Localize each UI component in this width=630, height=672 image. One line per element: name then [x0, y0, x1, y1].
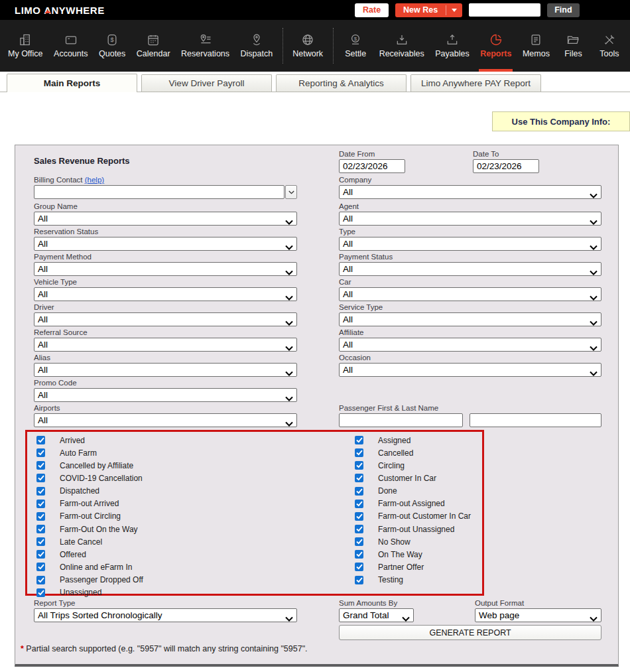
- checked-checkbox[interactable]: [355, 550, 363, 559]
- status-filter-row[interactable]: Late Cancel: [36, 535, 143, 548]
- agent-select[interactable]: All: [339, 212, 601, 226]
- billing-contact-input[interactable]: [34, 185, 284, 199]
- driver-select[interactable]: All: [34, 312, 297, 326]
- passenger-last-name-input[interactable]: [470, 413, 601, 427]
- checked-checkbox[interactable]: [355, 436, 363, 444]
- checked-checkbox[interactable]: [36, 537, 45, 546]
- status-filter-row[interactable]: Done: [355, 485, 471, 498]
- status-filter-row[interactable]: Circling: [355, 459, 471, 472]
- nav-calendar[interactable]: Calendar: [134, 20, 173, 72]
- vehicle-type-select[interactable]: All: [34, 287, 297, 301]
- limo-anywhere-logo[interactable]: LIMO ANYWHERE: [15, 5, 105, 16]
- checked-checkbox[interactable]: [36, 500, 45, 508]
- tab-view-driver-payroll[interactable]: View Driver Payroll: [141, 74, 272, 92]
- status-filter-row[interactable]: On The Way: [355, 548, 471, 561]
- output-format-select[interactable]: Web page: [475, 608, 601, 622]
- checked-checkbox[interactable]: [355, 448, 363, 457]
- status-filter-row[interactable]: No Show: [355, 535, 471, 548]
- checked-checkbox[interactable]: [355, 576, 363, 584]
- global-search-input[interactable]: [469, 3, 540, 17]
- alias-select[interactable]: All: [34, 363, 297, 377]
- new-res-button[interactable]: New Res: [395, 3, 462, 17]
- checked-checkbox[interactable]: [355, 512, 363, 521]
- status-filter-row[interactable]: Assigned: [355, 434, 471, 446]
- checked-checkbox[interactable]: [355, 474, 363, 482]
- status-filter-row[interactable]: Offered: [36, 548, 143, 561]
- checked-checkbox[interactable]: [36, 588, 45, 597]
- generate-report-button[interactable]: GENERATE REPORT: [339, 625, 601, 640]
- status-filter-row[interactable]: Cancelled by Affiliate: [36, 459, 143, 472]
- status-filter-row[interactable]: Online and eFarm In: [36, 561, 143, 573]
- status-filter-row[interactable]: Farm-out Customer In Car: [355, 510, 471, 523]
- reservation-status-select[interactable]: All: [34, 237, 297, 251]
- billing-contact-dropdown-button[interactable]: [285, 185, 297, 199]
- checked-checkbox[interactable]: [355, 500, 363, 508]
- occasion-select[interactable]: All: [339, 363, 601, 377]
- nav-settle[interactable]: $ Settle: [340, 20, 371, 72]
- checked-checkbox[interactable]: [36, 436, 45, 444]
- checked-checkbox[interactable]: [355, 525, 363, 533]
- checked-checkbox[interactable]: [36, 525, 45, 533]
- status-filter-row[interactable]: Farm-out Arrived: [36, 498, 143, 510]
- checked-checkbox[interactable]: [36, 563, 45, 571]
- checked-checkbox[interactable]: [36, 474, 45, 482]
- status-filter-row[interactable]: Passenger Dropped Off: [36, 574, 143, 586]
- car-select[interactable]: All: [339, 287, 601, 301]
- billing-contact-help-link[interactable]: (help): [85, 176, 104, 184]
- airports-select[interactable]: All: [34, 413, 297, 427]
- nav-tools[interactable]: Tools: [594, 20, 625, 72]
- company-select[interactable]: All: [339, 185, 601, 199]
- checked-checkbox[interactable]: [36, 448, 45, 457]
- group-name-select[interactable]: All: [34, 212, 297, 226]
- checked-checkbox[interactable]: [355, 537, 363, 546]
- rate-button[interactable]: Rate: [355, 3, 389, 17]
- checked-checkbox[interactable]: [36, 550, 45, 559]
- tab-main-reports[interactable]: Main Reports: [7, 74, 137, 92]
- checked-checkbox[interactable]: [36, 512, 45, 521]
- report-type-select[interactable]: All Trips Sorted Chronologically: [34, 608, 297, 622]
- status-filter-row[interactable]: Customer In Car: [355, 472, 471, 484]
- nav-reservations[interactable]: Reservations: [178, 20, 232, 72]
- nav-memos[interactable]: Memos: [520, 20, 552, 72]
- tab-limo-anywhere-pay-report[interactable]: Limo Anywhere PAY Report: [410, 74, 541, 92]
- status-filter-row[interactable]: Cancelled: [355, 446, 471, 459]
- date-from-input[interactable]: [339, 159, 405, 173]
- new-res-dropdown[interactable]: [446, 9, 462, 12]
- nav-network[interactable]: Network: [290, 20, 326, 72]
- status-filter-row[interactable]: Auto Farm: [36, 446, 143, 459]
- status-filter-row[interactable]: Dispatched: [36, 485, 143, 498]
- use-company-info-button[interactable]: Use This Company Info:: [492, 111, 630, 131]
- status-filter-row[interactable]: Farm-Out On the Way: [36, 523, 143, 535]
- checked-checkbox[interactable]: [36, 487, 45, 496]
- nav-receivables[interactable]: Receivables: [377, 20, 427, 72]
- status-filter-row[interactable]: Unassigned: [36, 586, 143, 599]
- nav-files[interactable]: Files: [558, 20, 588, 72]
- status-filter-row[interactable]: Testing: [355, 574, 471, 586]
- payment-method-select[interactable]: All: [34, 262, 297, 276]
- status-filter-row[interactable]: Farm-out Circling: [36, 510, 143, 523]
- checked-checkbox[interactable]: [355, 563, 363, 571]
- status-filter-row[interactable]: Farm-out Unassigned: [355, 523, 471, 535]
- checked-checkbox[interactable]: [36, 576, 45, 584]
- checked-checkbox[interactable]: [36, 461, 45, 470]
- nav-reports[interactable]: Reports: [477, 20, 514, 72]
- date-to-input[interactable]: [473, 159, 539, 173]
- service-type-select[interactable]: All: [339, 312, 601, 326]
- nav-payables[interactable]: Payables: [432, 20, 472, 72]
- checked-checkbox[interactable]: [355, 487, 363, 496]
- status-filter-row[interactable]: COVID-19 Cancellation: [36, 472, 143, 484]
- sum-amounts-by-select[interactable]: Grand Total: [339, 608, 414, 622]
- tab-reporting-analytics[interactable]: Reporting & Analytics: [276, 74, 407, 92]
- passenger-first-name-input[interactable]: [339, 413, 463, 427]
- referral-source-select[interactable]: All: [34, 338, 297, 352]
- nav-quotes[interactable]: $ Quotes: [96, 20, 128, 72]
- status-filter-row[interactable]: Partner Offer: [355, 561, 471, 573]
- nav-accounts[interactable]: Accounts: [51, 20, 90, 72]
- status-filter-row[interactable]: Farm-out Assigned: [355, 498, 471, 510]
- checked-checkbox[interactable]: [355, 461, 363, 470]
- nav-dispatch[interactable]: Dispatch: [238, 20, 276, 72]
- payment-status-select[interactable]: All: [339, 262, 601, 276]
- nav-my-office[interactable]: My Office: [5, 20, 46, 72]
- affiliate-select[interactable]: All: [339, 338, 601, 352]
- type-select[interactable]: All: [339, 237, 601, 251]
